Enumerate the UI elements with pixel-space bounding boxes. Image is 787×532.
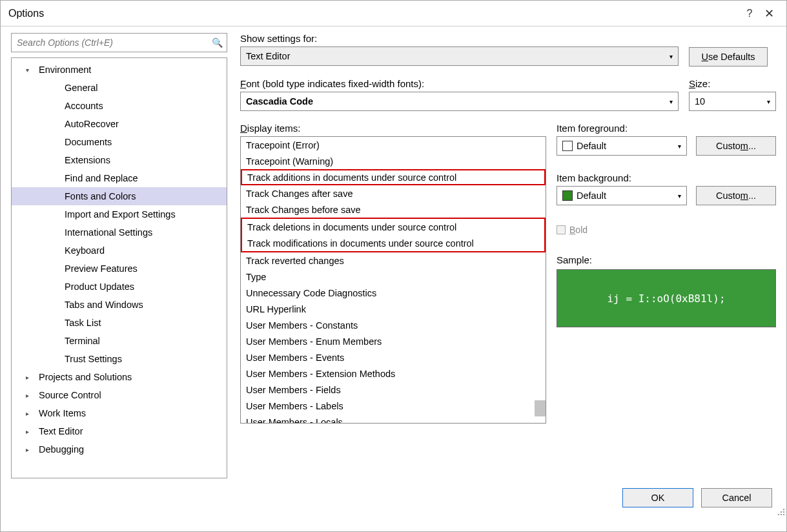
tree-item[interactable]: Product Updates bbox=[12, 278, 227, 296]
tree-item-label: Tabs and Windows bbox=[65, 300, 143, 310]
chevron-down-icon: ▾ bbox=[767, 98, 770, 105]
display-item[interactable]: Type bbox=[241, 269, 546, 285]
tree-item-label: Projects and Solutions bbox=[39, 372, 132, 382]
tree-item[interactable]: Tabs and Windows bbox=[12, 296, 227, 314]
tree-item[interactable]: Extensions bbox=[12, 151, 227, 169]
display-item[interactable]: Track modifications in documents under s… bbox=[242, 235, 544, 251]
expander-closed-icon[interactable]: ▸ bbox=[26, 428, 35, 435]
window-title: Options bbox=[8, 8, 740, 19]
tree-item-label: Terminal bbox=[65, 336, 100, 346]
show-settings-dropdown[interactable]: Text Editor ▾ bbox=[240, 46, 679, 66]
expander-closed-icon[interactable]: ▸ bbox=[26, 446, 35, 453]
tree-item[interactable]: Terminal bbox=[12, 332, 227, 350]
display-items-label: Display items: bbox=[240, 123, 546, 134]
scrollbar-thumb[interactable] bbox=[535, 400, 546, 416]
cancel-button[interactable]: Cancel bbox=[701, 488, 772, 507]
font-dropdown[interactable]: Cascadia Code ▾ bbox=[240, 92, 679, 111]
tree-item[interactable]: ▸Source Control bbox=[12, 386, 227, 404]
custom-foreground-button[interactable]: Custom... bbox=[696, 136, 776, 156]
tree-item[interactable]: Documents bbox=[12, 133, 227, 151]
use-defaults-button[interactable]: Use Defaults bbox=[689, 47, 768, 66]
display-item[interactable]: User Members - Enum Members bbox=[241, 333, 546, 349]
tree-item-label: Find and Replace bbox=[65, 173, 138, 183]
custom-background-button[interactable]: Custom... bbox=[696, 186, 776, 205]
chevron-down-icon: ▾ bbox=[669, 53, 673, 60]
tree-item-label: International Settings bbox=[65, 227, 152, 238]
display-item[interactable]: User Members - Constants bbox=[241, 317, 546, 333]
tree-item[interactable]: Task List bbox=[12, 314, 227, 332]
tree-item[interactable]: ▸Work Items bbox=[12, 404, 227, 422]
help-icon[interactable]: ? bbox=[740, 8, 759, 19]
tree-item[interactable]: International Settings bbox=[12, 223, 227, 241]
tree-item[interactable]: ▸Projects and Solutions bbox=[12, 368, 227, 386]
tree-item[interactable]: Keyboard bbox=[12, 241, 227, 260]
tree-item[interactable]: ▾Environment bbox=[12, 61, 227, 79]
sample-preview: ij = I::oO(0xB81l); bbox=[557, 269, 776, 327]
size-dropdown[interactable]: 10 ▾ bbox=[689, 92, 776, 111]
display-item[interactable]: Track deletions in documents under sourc… bbox=[242, 219, 544, 235]
display-item[interactable]: User Members - Locals bbox=[241, 414, 546, 424]
highlight-group: Track deletions in documents under sourc… bbox=[241, 218, 546, 252]
bold-checkbox: Bold bbox=[557, 225, 776, 235]
checkbox-icon bbox=[557, 225, 566, 234]
search-input[interactable] bbox=[15, 37, 212, 48]
tree-item-label: Text Editor bbox=[39, 426, 83, 436]
tree-item-label: Product Updates bbox=[65, 281, 134, 292]
display-item[interactable]: User Members - Events bbox=[241, 349, 546, 365]
close-icon[interactable]: ✕ bbox=[759, 6, 779, 21]
tree-item-label: Fonts and Colors bbox=[65, 191, 136, 201]
category-tree[interactable]: ▾EnvironmentGeneralAccountsAutoRecoverDo… bbox=[11, 57, 227, 478]
display-item[interactable]: Track Changes before save bbox=[241, 201, 546, 218]
search-wrap[interactable]: 🔍 bbox=[11, 33, 227, 52]
display-item[interactable]: URL Hyperlink bbox=[241, 301, 546, 317]
background-swatch-icon bbox=[562, 190, 573, 201]
tree-item[interactable]: Accounts bbox=[12, 97, 227, 115]
resize-grip-icon[interactable] bbox=[776, 507, 785, 516]
item-foreground-dropdown[interactable]: Default ▾ bbox=[557, 136, 687, 156]
expander-closed-icon[interactable]: ▸ bbox=[26, 374, 35, 381]
tree-item-label: Import and Export Settings bbox=[65, 209, 176, 220]
tree-item[interactable]: General bbox=[12, 79, 227, 97]
foreground-swatch-icon bbox=[562, 141, 573, 151]
display-item[interactable]: Tracepoint (Warning) bbox=[241, 153, 546, 169]
display-items-list[interactable]: Tracepoint (Error)Tracepoint (Warning)Tr… bbox=[240, 136, 546, 424]
tree-item-label: AutoRecover bbox=[65, 119, 119, 129]
display-item[interactable]: Track Changes after save bbox=[241, 185, 546, 201]
item-foreground-label: Item foreground: bbox=[557, 123, 776, 134]
tree-item[interactable]: Trust Settings bbox=[12, 350, 227, 368]
tree-item-label: Documents bbox=[65, 137, 112, 147]
tree-item-label: Accounts bbox=[65, 101, 103, 111]
tree-item-label: Work Items bbox=[39, 408, 86, 418]
tree-item[interactable]: Preview Features bbox=[12, 260, 227, 278]
tree-item-label: Environment bbox=[39, 65, 91, 75]
show-settings-label: Show settings for: bbox=[240, 33, 679, 44]
display-item[interactable]: User Members - Extension Methods bbox=[241, 365, 546, 382]
font-label: Font (bold type indicates fixed-width fo… bbox=[240, 78, 679, 89]
tree-item[interactable]: ▸Text Editor bbox=[12, 422, 227, 440]
search-icon[interactable]: 🔍 bbox=[212, 37, 223, 48]
display-item[interactable]: Unnecessary Code Diagnostics bbox=[241, 285, 546, 301]
display-item[interactable]: User Members - Labels bbox=[241, 398, 546, 414]
expander-open-icon[interactable]: ▾ bbox=[26, 66, 35, 74]
tree-item-label: General bbox=[65, 83, 98, 93]
tree-item[interactable]: Fonts and Colors bbox=[12, 187, 227, 205]
tree-item-label: Task List bbox=[65, 318, 101, 328]
chevron-down-icon: ▾ bbox=[678, 192, 681, 200]
display-item[interactable]: Tracepoint (Error) bbox=[241, 137, 546, 153]
tree-item-label: Trust Settings bbox=[65, 354, 122, 364]
tree-item[interactable]: Import and Export Settings bbox=[12, 205, 227, 223]
display-item[interactable]: Track reverted changes bbox=[241, 252, 546, 269]
expander-closed-icon[interactable]: ▸ bbox=[26, 410, 35, 417]
tree-item[interactable]: Find and Replace bbox=[12, 169, 227, 187]
tree-item[interactable]: AutoRecover bbox=[12, 115, 227, 133]
display-item[interactable]: User Members - Fields bbox=[241, 382, 546, 398]
ok-button[interactable]: OK bbox=[622, 488, 693, 507]
item-background-dropdown[interactable]: Default ▾ bbox=[557, 186, 687, 205]
display-item[interactable]: Track additions in documents under sourc… bbox=[241, 169, 546, 185]
expander-closed-icon[interactable]: ▸ bbox=[26, 392, 35, 399]
dialog-footer: OK Cancel bbox=[1, 478, 786, 517]
tree-item-label: Source Control bbox=[39, 390, 101, 400]
item-background-label: Item background: bbox=[557, 172, 776, 183]
tree-item-label: Debugging bbox=[39, 444, 84, 455]
tree-item[interactable]: ▸Debugging bbox=[12, 440, 227, 458]
